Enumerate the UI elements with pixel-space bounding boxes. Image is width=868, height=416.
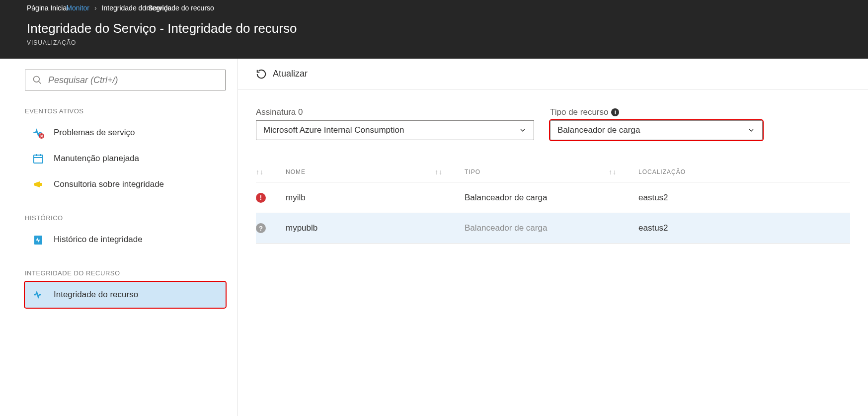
col-type[interactable]: TIPO (465, 168, 609, 175)
search-input-container[interactable] (25, 70, 226, 90)
sidebar-item-planned-maintenance[interactable]: Manutenção planejada (25, 146, 226, 171)
chevron-down-icon (747, 126, 755, 134)
sort-icon[interactable]: ↑↓ (256, 168, 286, 176)
sidebar-item-label: Problemas de serviço (54, 128, 135, 138)
calendar-icon (32, 152, 45, 165)
sidebar-item-service-issues[interactable]: ✕ Problemas de serviço (25, 120, 226, 146)
col-location[interactable]: LOCALIZAÇÃO (638, 168, 788, 175)
main-content: Atualizar Assinatura 0 Microsoft Azure I… (238, 59, 868, 416)
chevron-down-icon (519, 126, 527, 134)
status-unknown-icon: ? (256, 223, 266, 233)
sidebar-item-health-history[interactable]: Histórico de integridade (25, 227, 226, 252)
sidebar-item-label: Consultoria sobre integridade (54, 179, 164, 189)
resource-type-value: Balanceador de carga (557, 125, 640, 135)
refresh-icon[interactable] (256, 69, 267, 80)
cell-name: mypublb (286, 223, 435, 233)
resource-type-label: Tipo de recurso i (550, 107, 763, 117)
resource-table: ↑↓ NOME ↑↓ TIPO ↑↓ LOCALIZAÇÃO ! myilb B… (256, 162, 850, 244)
table-row[interactable]: ! myilb Balanceador de carga eastus2 (256, 182, 850, 213)
sidebar-item-label: Manutenção planejada (54, 154, 139, 164)
svg-rect-4 (34, 155, 43, 163)
sort-icon[interactable]: ↑↓ (435, 168, 465, 176)
table-header: ↑↓ NOME ↑↓ TIPO ↑↓ LOCALIZAÇÃO (256, 162, 850, 182)
svg-rect-8 (40, 183, 42, 186)
search-icon (32, 75, 42, 85)
sidebar-item-label: Histórico de integridade (54, 235, 143, 245)
resource-type-select[interactable]: Balanceador de carga (550, 120, 763, 140)
svg-text:✕: ✕ (40, 134, 44, 139)
section-history: HISTÓRICO (25, 214, 226, 222)
sidebar-item-resource-health[interactable]: Integridade do recurso (25, 282, 226, 308)
cell-type: Balanceador de carga (465, 193, 609, 203)
sidebar: EVENTOS ATIVOS ✕ Problemas de serviço Ma… (0, 59, 238, 416)
refresh-button[interactable]: Atualizar (273, 69, 308, 79)
section-active-events: EVENTOS ATIVOS (25, 107, 226, 115)
breadcrumb: Página Inicial Monitor › Integridade do … (0, 0, 868, 12)
heart-error-icon: ✕ (32, 126, 45, 139)
cell-location: eastus2 (638, 223, 788, 233)
cell-location: eastus2 (638, 193, 788, 203)
section-resource-health: INTEGRIDADE DO RECURSO (25, 269, 226, 277)
sort-icon[interactable]: ↑↓ (609, 168, 638, 176)
table-row[interactable]: ? mypublb Balanceador de carga eastus2 (256, 213, 850, 244)
subscription-select[interactable]: Microsoft Azure Internal Consumption (256, 120, 534, 140)
page-subtitle: VISUALIZAÇÃO (27, 39, 868, 46)
cell-name: myilb (286, 193, 435, 203)
toolbar: Atualizar (238, 59, 868, 89)
col-name[interactable]: NOME (286, 168, 435, 175)
breadcrumb-monitor[interactable]: Monitor (66, 4, 89, 12)
sidebar-item-label: Integridade do recurso (54, 290, 138, 300)
breadcrumb-resource-health[interactable]: Integridade do recurso (145, 4, 214, 12)
info-icon[interactable]: i (611, 108, 619, 116)
subscription-label: Assinatura 0 (256, 107, 534, 117)
svg-rect-9 (34, 236, 42, 245)
cell-type: Balanceador de carga (465, 223, 609, 233)
status-error-icon: ! (256, 193, 266, 203)
svg-line-1 (39, 82, 41, 84)
megaphone-icon (32, 178, 45, 191)
subscription-value: Microsoft Azure Internal Consumption (263, 125, 404, 135)
chevron-right-icon: › (94, 4, 97, 12)
book-heart-icon (32, 233, 45, 246)
search-input[interactable] (48, 75, 218, 85)
breadcrumb-home[interactable]: Página Inicial (27, 4, 68, 12)
sidebar-item-health-advisories[interactable]: Consultoria sobre integridade (25, 171, 226, 197)
svg-point-0 (34, 77, 40, 83)
page-title: Integridade do Serviço - Integridade do … (27, 21, 868, 36)
header-bar: Página Inicial Monitor › Integridade do … (0, 0, 868, 59)
heart-pulse-icon (32, 288, 45, 301)
